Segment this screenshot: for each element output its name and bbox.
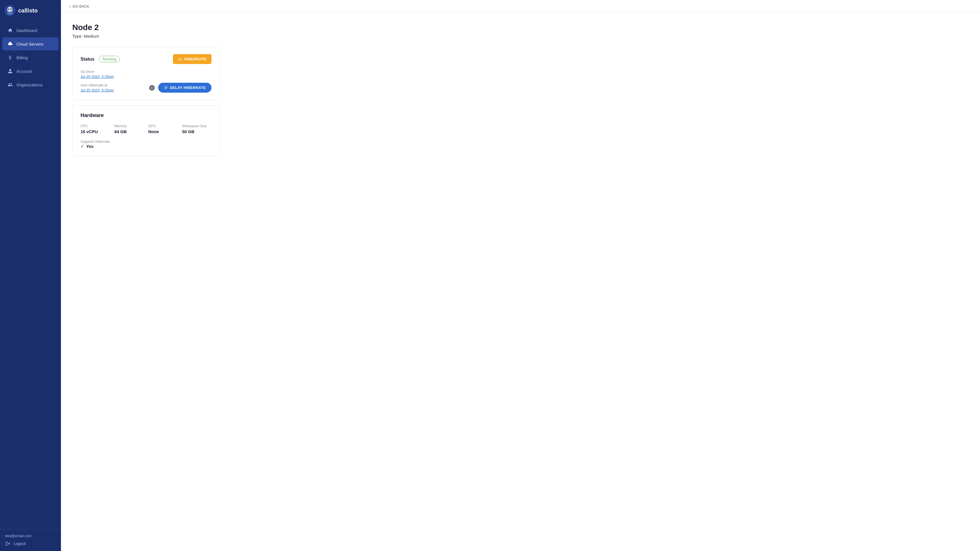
auto-hibernate-row: Auto-Hibernate at Jul 25 2023, 5:25pm i … xyxy=(81,83,212,93)
up-since-label: Up Since xyxy=(81,70,212,74)
hardware-title: Hardware xyxy=(81,113,212,118)
cpu-label: CPU xyxy=(81,124,110,128)
status-left: Status Running xyxy=(81,56,120,62)
logout-button[interactable]: Logout xyxy=(5,541,56,546)
workspace-item: Workspace Size 50 GB xyxy=(182,124,212,134)
logout-icon xyxy=(5,541,11,546)
status-header: Status Running HIBERNATE xyxy=(81,54,212,64)
gpu-item: GPU None xyxy=(148,124,178,134)
hardware-grid: CPU 16 vCPU Memory 64 GB GPU None Worksp… xyxy=(81,124,212,134)
delay-btn-label: DELAY HIBERNATE xyxy=(170,86,206,90)
checkmark-icon: ✓ xyxy=(81,144,84,149)
svg-point-1 xyxy=(7,7,13,13)
go-back-label: GO BACK xyxy=(73,4,89,8)
user-email: test@email.com xyxy=(5,534,56,538)
auto-hibernate-value[interactable]: Jul 25 2023, 5:25pm xyxy=(81,88,146,92)
up-since-value[interactable]: Jul 25 2023, 2:25pm xyxy=(81,75,212,79)
cpu-item: CPU 16 vCPU xyxy=(81,124,110,134)
sidebar-item-cloud-servers[interactable]: Cloud Servers xyxy=(2,37,59,51)
svg-point-2 xyxy=(8,8,10,10)
sidebar-item-account[interactable]: Account xyxy=(2,65,59,78)
hardware-card: Hardware CPU 16 vCPU Memory 64 GB GPU No… xyxy=(72,105,220,156)
delay-hibernate-button[interactable]: DELAY HIBERNATE xyxy=(158,83,212,93)
status-label: Status xyxy=(81,57,94,62)
supports-hibernate-value: Yes xyxy=(86,144,94,149)
sidebar-item-label-organizations: Organizations xyxy=(16,83,43,87)
hibernate-btn-label: HIBERNATE xyxy=(184,57,206,61)
logout-label: Logout xyxy=(14,541,26,546)
go-back-button[interactable]: ‹ GO BACK xyxy=(70,4,89,8)
supports-hibernate-row: Supports Hibernate ✓ Yes xyxy=(81,140,212,149)
memory-item: Memory 64 GB xyxy=(115,124,144,134)
sidebar: callisto Dashboard Cloud Servers Billing xyxy=(0,0,61,551)
home-icon xyxy=(7,27,13,33)
supports-hibernate-value-row: ✓ Yes xyxy=(81,144,212,149)
workspace-label: Workspace Size xyxy=(182,124,212,128)
chevron-left-icon: ‹ xyxy=(70,4,71,8)
sidebar-footer: test@email.com Logout xyxy=(0,529,61,551)
up-since-row: Up Since Jul 25 2023, 2:25pm xyxy=(81,70,212,79)
status-card: Status Running HIBERNATE Up Since Jul 25… xyxy=(72,47,220,100)
memory-value: 64 GB xyxy=(115,129,144,134)
cpu-value: 16 vCPU xyxy=(81,129,110,134)
logo-icon xyxy=(5,5,15,16)
auto-hibernate-label: Auto-Hibernate at xyxy=(81,83,146,87)
gpu-value: None xyxy=(148,129,178,134)
sidebar-item-label-account: Account xyxy=(16,69,32,74)
sidebar-item-organizations[interactable]: Organizations xyxy=(2,78,59,91)
auto-hibernate-info: Auto-Hibernate at Jul 25 2023, 5:25pm xyxy=(81,83,146,92)
main-content: ‹ GO BACK Node 2 Type: Medium Status Run… xyxy=(61,0,980,551)
hibernate-button[interactable]: HIBERNATE xyxy=(173,54,212,64)
page-title: Node 2 xyxy=(72,23,969,32)
top-bar: ‹ GO BACK xyxy=(61,0,980,13)
logo: callisto xyxy=(0,0,61,21)
sidebar-item-dashboard[interactable]: Dashboard xyxy=(2,24,59,37)
page-content: Node 2 Type: Medium Status Running HIBER… xyxy=(61,13,980,172)
refresh-icon xyxy=(164,86,168,90)
power-icon xyxy=(178,57,182,61)
supports-hibernate-label: Supports Hibernate xyxy=(81,140,212,144)
billing-icon xyxy=(7,55,13,60)
workspace-value: 50 GB xyxy=(182,129,212,134)
info-icon[interactable]: i xyxy=(149,85,155,91)
sidebar-item-label-cloud-servers: Cloud Servers xyxy=(16,42,43,46)
sidebar-item-label-dashboard: Dashboard xyxy=(16,28,37,33)
page-subtitle: Type: Medium xyxy=(72,34,969,38)
status-badge: Running xyxy=(99,56,120,62)
account-icon xyxy=(7,68,13,74)
organizations-icon xyxy=(7,82,13,87)
sidebar-item-label-billing: Billing xyxy=(16,55,28,60)
sidebar-item-billing[interactable]: Billing xyxy=(2,51,59,64)
logo-text: callisto xyxy=(18,7,38,14)
cloud-servers-icon xyxy=(7,41,13,47)
svg-point-3 xyxy=(11,8,12,10)
sidebar-nav: Dashboard Cloud Servers Billing Account xyxy=(0,21,61,529)
memory-label: Memory xyxy=(115,124,144,128)
gpu-label: GPU xyxy=(148,124,178,128)
